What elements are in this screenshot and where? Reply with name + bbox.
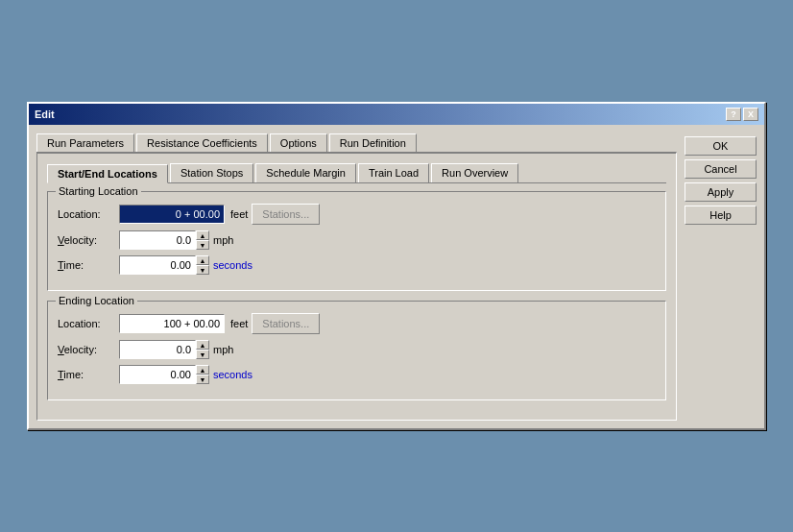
end-time-input[interactable] [119, 365, 196, 384]
end-time-unit: seconds [213, 369, 252, 380]
end-time-down[interactable]: ▼ [196, 375, 209, 384]
end-time-spinner: ▲ ▼ [119, 365, 209, 384]
start-time-spinner-btns: ▲ ▼ [196, 255, 209, 275]
start-time-input[interactable] [119, 255, 196, 275]
title-bar-buttons: ? X [726, 108, 758, 121]
tab-run-parameters[interactable]: Run Parameters [36, 133, 134, 153]
right-panel: OK Cancel Apply Help [685, 133, 757, 421]
starting-location-label: Starting Location [56, 185, 141, 197]
window-body: Run Parameters Resistance Coefficients O… [29, 125, 764, 428]
start-velocity-row: Velocity: ▲ ▼ mph [58, 230, 656, 250]
start-velocity-spinner-btns: ▲ ▼ [196, 230, 209, 250]
end-time-spinner-btns: ▲ ▼ [196, 365, 209, 384]
cancel-button[interactable]: Cancel [685, 159, 757, 179]
end-velocity-label: Velocity: [58, 344, 115, 355]
start-time-label: Time: [58, 259, 115, 271]
start-location-input[interactable] [119, 205, 225, 224]
start-location-label: Location: [58, 208, 115, 220]
start-time-up[interactable]: ▲ [196, 255, 209, 265]
end-velocity-up[interactable]: ▲ [196, 340, 209, 350]
end-velocity-spinner-btns: ▲ ▼ [196, 340, 209, 359]
starting-location-group: Starting Location Location: feet Station… [47, 191, 666, 291]
start-time-down[interactable]: ▼ [196, 265, 209, 275]
end-time-up[interactable]: ▲ [196, 365, 209, 375]
ok-button[interactable]: OK [685, 136, 757, 156]
end-location-row: Location: feet Stations... [58, 313, 656, 334]
title-bar: Edit ? X [29, 104, 764, 125]
window-title: Edit [35, 109, 55, 120]
tab-start-end-locations[interactable]: Start/End Locations [47, 164, 168, 183]
start-stations-button[interactable]: Stations... [252, 204, 320, 225]
start-velocity-label: Velocity: [58, 234, 115, 246]
tab-run-overview[interactable]: Run Overview [431, 163, 518, 182]
tab-resistance-coefficients[interactable]: Resistance Coefficients [136, 133, 268, 153]
end-stations-button[interactable]: Stations... [252, 313, 320, 334]
end-location-label: Location: [58, 318, 115, 329]
tab-run-definition[interactable]: Run Definition [329, 133, 417, 153]
apply-button[interactable]: Apply [685, 182, 757, 202]
end-velocity-input[interactable] [119, 340, 196, 359]
end-time-row: Time: ▲ ▼ seconds [58, 365, 656, 384]
tabs-row1: Run Parameters Resistance Coefficients O… [36, 133, 677, 152]
start-velocity-unit: mph [213, 234, 233, 246]
start-time-spinner: ▲ ▼ [119, 255, 209, 275]
end-velocity-row: Velocity: ▲ ▼ mph [58, 340, 656, 359]
end-velocity-spinner: ▲ ▼ [119, 340, 209, 359]
tab-station-stops[interactable]: Station Stops [170, 163, 253, 182]
tab-schedule-margin[interactable]: Schedule Margin [255, 163, 356, 182]
start-velocity-up[interactable]: ▲ [196, 230, 209, 240]
ending-location-group: Ending Location Location: feet Stations.… [47, 301, 666, 400]
start-location-unit: feet [230, 208, 248, 220]
start-location-row: Location: feet Stations... [58, 204, 656, 225]
end-location-unit: feet [230, 318, 248, 329]
end-location-input[interactable] [119, 314, 225, 333]
main-area: Run Parameters Resistance Coefficients O… [36, 133, 677, 421]
tab-content-area: Start/End Locations Station Stops Schedu… [36, 152, 677, 421]
start-time-unit: seconds [213, 259, 252, 271]
help-action-button[interactable]: Help [685, 206, 757, 225]
start-time-row: Time: ▲ ▼ seconds [58, 255, 656, 275]
start-velocity-down[interactable]: ▼ [196, 240, 209, 250]
end-velocity-down[interactable]: ▼ [196, 350, 209, 359]
ending-location-label: Ending Location [56, 295, 137, 306]
tab-train-load[interactable]: Train Load [358, 163, 429, 182]
close-button[interactable]: X [743, 108, 758, 121]
help-button[interactable]: ? [726, 108, 741, 121]
start-velocity-input[interactable] [119, 230, 196, 250]
start-velocity-spinner: ▲ ▼ [119, 230, 209, 250]
tabs-row2: Start/End Locations Station Stops Schedu… [47, 163, 666, 183]
edit-window: Edit ? X Run Parameters Resistance Coeff… [27, 102, 766, 430]
tab-options[interactable]: Options [270, 133, 327, 153]
end-velocity-unit: mph [213, 344, 233, 355]
end-time-label: Time: [58, 369, 115, 380]
